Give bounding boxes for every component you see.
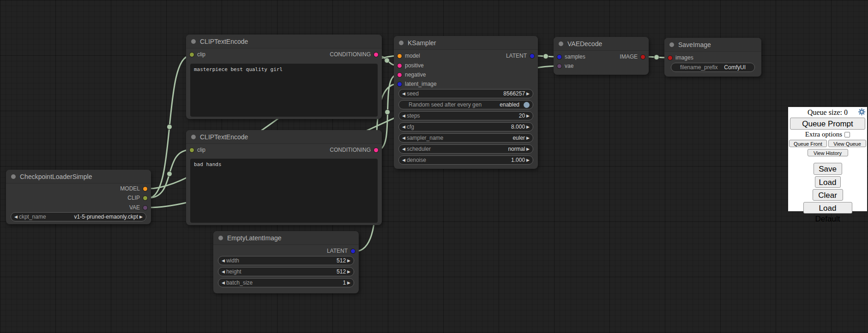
input-negative: negative xyxy=(398,70,426,79)
node-save-image[interactable]: SaveImage images filename_prefix ComfyUI xyxy=(664,38,761,77)
prompt-textarea[interactable]: masterpiece best quality girl xyxy=(190,64,378,117)
decrement-arrow-icon[interactable] xyxy=(402,122,405,131)
decrement-arrow-icon[interactable] xyxy=(402,155,405,165)
input-model: model xyxy=(398,51,420,60)
node-title-bar[interactable]: EmptyLatentImage xyxy=(213,231,359,245)
node-title-bar[interactable]: KSampler xyxy=(394,36,538,50)
view-history-button[interactable]: View History xyxy=(808,149,848,156)
increment-arrow-icon[interactable] xyxy=(526,133,530,143)
decrement-arrow-icon[interactable] xyxy=(222,256,225,265)
load-default-button[interactable]: Load Default xyxy=(803,202,852,214)
collapse-dot-icon[interactable] xyxy=(191,135,196,139)
prompt-textarea[interactable]: bad hands xyxy=(190,159,378,223)
latent-image-input-port[interactable] xyxy=(398,82,402,86)
output-latent: LATENT xyxy=(327,246,355,256)
increment-arrow-icon[interactable] xyxy=(139,212,143,221)
seed-widget[interactable]: seed 8566257 xyxy=(398,89,533,98)
collapse-dot-icon[interactable] xyxy=(399,41,404,45)
node-graph-canvas[interactable]: CheckpointLoaderSimple MODEL CLIP VAE ck… xyxy=(0,0,868,333)
node-clip-text-encode-positive[interactable]: CLIPTextEncode clip CONDITIONING masterp… xyxy=(186,35,382,119)
toggle-enabled-icon[interactable] xyxy=(524,102,530,108)
increment-arrow-icon[interactable] xyxy=(526,155,530,165)
decrement-arrow-icon[interactable] xyxy=(14,212,18,221)
queue-panel: Queue size: 0 Queue Prompt Extra options xyxy=(788,107,867,211)
link-midpoint-dot xyxy=(543,54,549,59)
collapse-dot-icon[interactable] xyxy=(191,39,196,44)
link-midpoint-dot xyxy=(385,58,390,63)
node-title-bar[interactable]: SaveImage xyxy=(664,38,761,52)
height-widget[interactable]: height 512 xyxy=(218,267,354,276)
conditioning-output-port[interactable] xyxy=(374,53,378,57)
collapse-dot-icon[interactable] xyxy=(669,42,674,47)
clear-button[interactable]: Clear xyxy=(813,189,843,201)
decrement-arrow-icon[interactable] xyxy=(402,144,405,154)
extra-options-label: Extra options xyxy=(805,131,842,138)
decrement-arrow-icon[interactable] xyxy=(222,267,225,276)
decrement-arrow-icon[interactable] xyxy=(402,89,405,98)
negative-input-port[interactable] xyxy=(398,73,402,77)
decrement-arrow-icon[interactable] xyxy=(402,133,405,143)
vae-input-port[interactable] xyxy=(557,64,561,68)
node-title: CLIPTextEncode xyxy=(200,38,248,45)
save-button[interactable]: Save xyxy=(814,163,842,175)
node-empty-latent-image[interactable]: EmptyLatentImage LATENT width 512 height… xyxy=(213,231,359,293)
steps-widget[interactable]: steps 20 xyxy=(398,111,533,120)
node-title-bar[interactable]: CLIPTextEncode xyxy=(186,130,382,144)
latent-output-port[interactable] xyxy=(530,54,534,58)
sampler-name-widget[interactable]: sampler_name euler xyxy=(398,133,533,143)
increment-arrow-icon[interactable] xyxy=(347,256,350,265)
output-image: IMAGE xyxy=(620,52,645,61)
samples-input-port[interactable] xyxy=(557,55,561,59)
clip-input-port[interactable] xyxy=(190,148,194,152)
batch-size-widget[interactable]: batch_size 1 xyxy=(218,278,354,287)
node-clip-text-encode-negative[interactable]: CLIPTextEncode clip CONDITIONING bad han… xyxy=(186,130,382,225)
collapse-dot-icon[interactable] xyxy=(218,236,223,240)
input-clip: clip xyxy=(190,145,205,155)
load-button[interactable]: Load xyxy=(815,176,841,188)
conditioning-output-port[interactable] xyxy=(374,148,378,152)
node-title: KSampler xyxy=(408,39,436,47)
width-widget[interactable]: width 512 xyxy=(218,256,354,265)
ckpt-name-widget[interactable]: ckpt_name v1-5-pruned-emaonly.ckpt xyxy=(11,212,146,221)
model-output-port[interactable] xyxy=(143,187,147,191)
increment-arrow-icon[interactable] xyxy=(526,111,530,120)
decrement-arrow-icon[interactable] xyxy=(222,278,225,287)
output-model: MODEL xyxy=(120,184,147,193)
latent-output-port[interactable] xyxy=(351,249,355,253)
image-output-port[interactable] xyxy=(641,55,645,59)
increment-arrow-icon[interactable] xyxy=(347,278,350,287)
collapse-dot-icon[interactable] xyxy=(559,42,563,46)
scheduler-widget[interactable]: scheduler normal xyxy=(398,144,533,154)
view-queue-button[interactable]: View Queue xyxy=(828,140,866,147)
collapse-dot-icon[interactable] xyxy=(11,174,16,179)
input-images: images xyxy=(668,53,693,62)
queue-prompt-button[interactable]: Queue Prompt xyxy=(790,118,865,130)
filename-prefix-widget[interactable]: filename_prefix ComfyUI xyxy=(671,63,755,72)
increment-arrow-icon[interactable] xyxy=(526,89,530,98)
node-checkpoint-loader[interactable]: CheckpointLoaderSimple MODEL CLIP VAE ck… xyxy=(6,170,151,224)
model-input-port[interactable] xyxy=(398,54,402,58)
decrement-arrow-icon[interactable] xyxy=(402,111,405,120)
increment-arrow-icon[interactable] xyxy=(526,144,530,154)
node-title-bar[interactable]: VAEDecode xyxy=(554,37,649,51)
random-seed-toggle[interactable]: Random seed after every gen enabled xyxy=(398,100,533,109)
extra-options-checkbox[interactable] xyxy=(844,132,850,137)
input-latent-image: latent_image xyxy=(398,79,437,89)
clip-input-port[interactable] xyxy=(190,53,194,57)
increment-arrow-icon[interactable] xyxy=(347,267,350,276)
queue-front-button[interactable]: Queue Front xyxy=(789,140,827,147)
positive-input-port[interactable] xyxy=(398,64,402,68)
output-vae: VAE xyxy=(129,203,147,212)
node-title-bar[interactable]: CheckpointLoaderSimple xyxy=(6,170,151,184)
clip-output-port[interactable] xyxy=(143,196,147,200)
input-positive: positive xyxy=(398,61,424,70)
increment-arrow-icon[interactable] xyxy=(526,122,530,131)
node-ksampler[interactable]: KSampler model LATENT positive negative … xyxy=(394,36,538,169)
node-title-bar[interactable]: CLIPTextEncode xyxy=(186,35,382,48)
node-vae-decode[interactable]: VAEDecode samples IMAGE vae xyxy=(554,37,649,75)
settings-gear-icon[interactable] xyxy=(858,108,866,116)
denoise-widget[interactable]: denoise 1.000 xyxy=(398,155,533,165)
images-input-port[interactable] xyxy=(668,56,672,60)
cfg-widget[interactable]: cfg 8.000 xyxy=(398,122,533,131)
vae-output-port[interactable] xyxy=(143,206,147,210)
